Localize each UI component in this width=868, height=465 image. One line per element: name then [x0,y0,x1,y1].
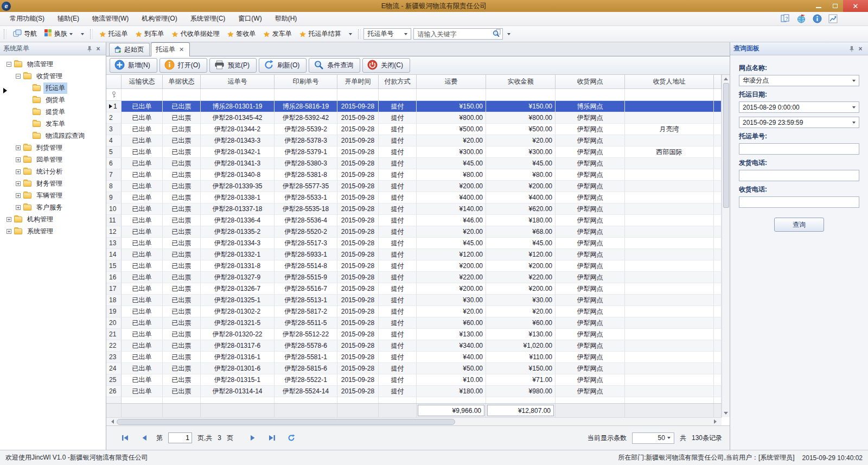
favorite-button[interactable]: ★代收单据处理 [168,27,224,41]
table-row[interactable]: 2已出单已出票伊犁28-01345-42伊犁28-5392-422015-09-… [106,112,722,124]
table-row[interactable]: 11已出单已出票伊犁28-01336-4伊犁28-5536-42015-09-2… [106,215,722,226]
table-row[interactable]: 5已出单已出票伊犁28-01342-1伊犁28-5379-12015-09-28… [106,146,722,158]
date-from-select[interactable]: 2015-08-29 0:00:00 [739,101,859,113]
table-row[interactable]: 25已出单已出票伊犁28-01315-1伊犁28-5522-12015-09-2… [106,374,722,386]
table-row[interactable]: 26已出单已出票伊犁28-01314-14伊犁28-5524-142015-09… [106,386,722,397]
open-action-button[interactable]: 打开(O) [159,58,207,73]
tree-item[interactable]: +系统管理 [2,225,106,237]
search-field-select[interactable]: 托运单号 [363,28,411,40]
tree-item[interactable]: 发车单 [2,118,106,130]
table-row[interactable]: 4已出单已出票伊犁28-01343-3伊犁28-5378-32015-09-28… [106,135,722,146]
table-row[interactable]: 23已出单已出票伊犁28-01316-1伊犁28-5581-12015-09-2… [106,352,722,363]
tab-inactive[interactable]: 起始页 [109,43,150,56]
menu-item[interactable]: 系统管理(C) [184,12,232,26]
minimize-button[interactable] [810,0,827,12]
tree-item[interactable]: 倒货单 [2,94,106,106]
page-number-input[interactable] [168,432,192,443]
table-row[interactable]: 12已出单已出票伊犁28-01335-2伊犁28-5520-22015-09-2… [106,226,722,238]
table-row[interactable]: 14已出单已出票伊犁28-01332-1伊犁28-5933-12015-09-2… [106,249,722,260]
toolbar-grip[interactable] [90,29,93,39]
expand-icon[interactable]: + [16,169,21,174]
column-header[interactable]: 实收金额 [486,75,556,89]
waybill-no-input[interactable] [739,143,859,155]
filter-cell[interactable] [486,89,556,101]
favorite-button[interactable]: ★到车单 [132,27,168,41]
table-row[interactable]: 15已出单已出票伊犁28-01331-8伊犁28-5514-82015-09-2… [106,260,722,272]
query-submit-button[interactable]: 查询 [774,218,824,232]
tab-active[interactable]: 托运单✕ [151,42,190,56]
menu-item[interactable]: 帮助(H) [269,12,304,26]
table-row[interactable]: 24已出单已出票伊犁28-01301-6伊犁28-5815-62015-09-2… [106,363,722,374]
column-header[interactable]: 开单时间 [337,75,379,89]
toolbar-grip[interactable] [4,29,7,39]
toolbar-overflow-button[interactable] [78,30,87,38]
favorite-button[interactable]: ★发车单 [259,27,296,41]
favorite-button[interactable]: ★签收单 [224,27,260,41]
table-row[interactable]: 6已出单已出票伊犁28-01341-3伊犁28-5380-32015-09-28… [106,158,722,169]
skin-button[interactable]: 换肤 [41,27,76,41]
toolbar-grip[interactable] [358,29,361,39]
search-overflow-button[interactable] [504,30,514,38]
tab-close-icon[interactable]: ✕ [178,46,184,53]
branch-name-select[interactable]: 华凌分点 [739,75,859,86]
table-row[interactable]: 18已出单已出票伊犁28-01325-1伊犁28-5513-12015-09-2… [106,295,722,306]
scroll-left-icon[interactable] [109,419,114,424]
expand-icon[interactable]: + [16,157,21,162]
close-icon[interactable]: × [856,44,865,53]
favorite-button[interactable]: ★托运单 [95,27,132,41]
last-page-button[interactable] [265,435,279,441]
table-row[interactable]: 10已出单已出票伊犁28-01337-18伊犁28-5535-182015-09… [106,203,722,215]
hscroll-thumb[interactable] [117,419,455,425]
table-row[interactable]: 22已出单已出票伊犁28-01317-6伊犁28-5578-62015-09-2… [106,340,722,352]
scroll-right-icon[interactable] [714,419,719,424]
tree-item[interactable]: 提货单 [2,106,106,118]
table-row[interactable]: 8已出单已出票伊犁28-01339-35伊犁28-5577-352015-09-… [106,181,722,192]
scroll-up-icon[interactable] [724,78,728,80]
column-header[interactable]: 运费 [417,75,486,89]
column-header[interactable]: 单据状态 [163,75,201,89]
tree-item[interactable]: +客户服务 [2,201,106,213]
column-header[interactable]: 付款方式 [379,75,417,89]
column-header[interactable]: 收货人地址 [625,75,714,89]
maximize-button[interactable] [827,0,843,12]
table-row[interactable]: 20已出单已出票伊犁28-01321-5伊犁28-5511-52015-09-2… [106,317,722,329]
menu-item[interactable]: 辅助(E) [51,12,86,26]
table-row[interactable]: 13已出单已出票伊犁28-01334-3伊犁28-5517-32015-09-2… [106,238,722,249]
receiver-phone-input[interactable] [739,196,859,208]
tree-item[interactable]: +车辆管理 [2,189,106,201]
vscroll-thumb[interactable] [723,83,729,208]
table-row[interactable]: 21已出单已出票伊犁28-01320-22伊犁28-5512-222015-09… [106,329,722,340]
table-row[interactable]: 3已出单已出票伊犁28-01344-2伊犁28-5539-22015-09-28… [106,124,722,135]
filter-cell[interactable] [275,89,337,101]
globe-icon[interactable] [797,14,806,23]
tree-item[interactable]: −收货管理 [2,70,106,82]
column-header[interactable]: 运单号 [201,75,275,89]
filter-cell[interactable] [201,89,275,101]
table-row[interactable]: 19已出单已出票伊犁28-01302-2伊犁28-5817-22015-09-2… [106,306,722,317]
menu-item[interactable]: 物流管理(W) [86,12,135,26]
horizontal-scrollbar[interactable] [106,417,722,425]
tree-item[interactable]: 物流跟踪查询 [2,130,106,142]
info-icon[interactable] [813,14,822,23]
filter-cell[interactable] [714,89,722,101]
menu-item[interactable]: 机构管理(O) [135,12,183,26]
stats-icon[interactable] [828,14,838,23]
pin-icon[interactable] [85,44,94,53]
column-header[interactable]: 收货网点 [556,75,625,89]
filter-cell[interactable] [122,89,163,101]
preview-action-button[interactable]: 预览(P) [209,58,257,73]
close-icon[interactable]: × [94,44,103,53]
menu-item[interactable]: 窗口(W) [232,12,268,26]
expand-icon[interactable]: + [7,217,11,222]
pager-refresh-button[interactable] [284,434,298,442]
tree-item[interactable]: +财务管理 [2,177,106,189]
first-page-button[interactable] [118,435,132,441]
column-header[interactable]: 运输状态 [122,75,163,89]
table-row[interactable]: 16已出单已出票伊犁28-01327-9伊犁28-5515-92015-09-2… [106,272,722,283]
navigation-button[interactable]: 导航 [9,27,41,41]
collapse-icon[interactable]: − [16,74,21,79]
filter-cell[interactable] [163,89,201,101]
help-doc-icon[interactable]: ? [781,14,790,23]
expand-icon[interactable]: + [16,181,21,186]
scroll-down-icon[interactable] [724,412,728,415]
